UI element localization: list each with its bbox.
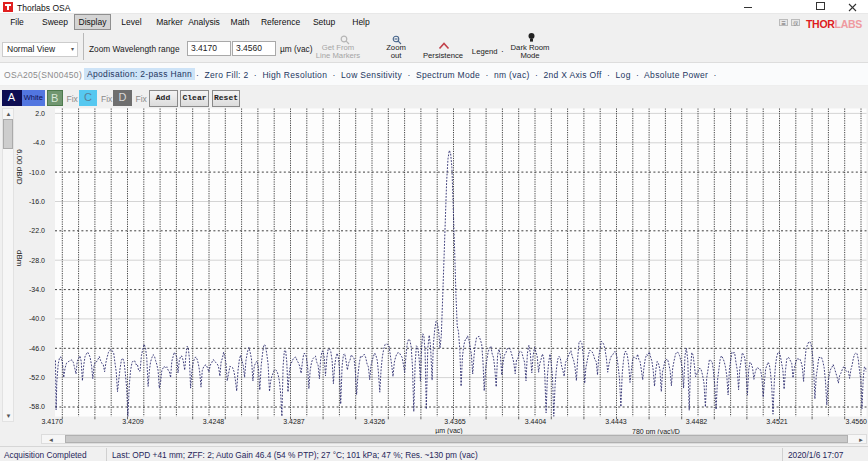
svg-text:3.4248: 3.4248 xyxy=(203,418,225,425)
svg-text:-28.0: -28.0 xyxy=(29,257,45,264)
svg-text:3.4404: 3.4404 xyxy=(525,418,547,425)
svg-text:3.4170: 3.4170 xyxy=(41,418,63,425)
svg-text:-10.0: -10.0 xyxy=(29,169,45,176)
svg-text:-40.0: -40.0 xyxy=(29,315,45,322)
svg-text:3.4560: 3.4560 xyxy=(846,418,868,425)
svg-text:-16.0: -16.0 xyxy=(29,198,45,205)
svg-text:-52.0: -52.0 xyxy=(29,374,45,381)
svg-text:-58.0: -58.0 xyxy=(29,403,45,410)
svg-text:3.4443: 3.4443 xyxy=(605,418,627,425)
svg-text:3.4521: 3.4521 xyxy=(766,418,788,425)
svg-text:3.4209: 3.4209 xyxy=(122,418,144,425)
svg-text:2.0: 2.0 xyxy=(35,110,45,117)
svg-text:-46.0: -46.0 xyxy=(29,345,45,352)
svg-text:3.4326: 3.4326 xyxy=(364,418,386,425)
svg-text:-34.0: -34.0 xyxy=(29,286,45,293)
svg-text:-22.0: -22.0 xyxy=(29,227,45,234)
svg-text:3.4482: 3.4482 xyxy=(686,418,708,425)
svg-text:3.4365: 3.4365 xyxy=(444,418,466,425)
svg-text:-4.0: -4.0 xyxy=(33,139,45,146)
svg-text:3.4287: 3.4287 xyxy=(283,418,305,425)
